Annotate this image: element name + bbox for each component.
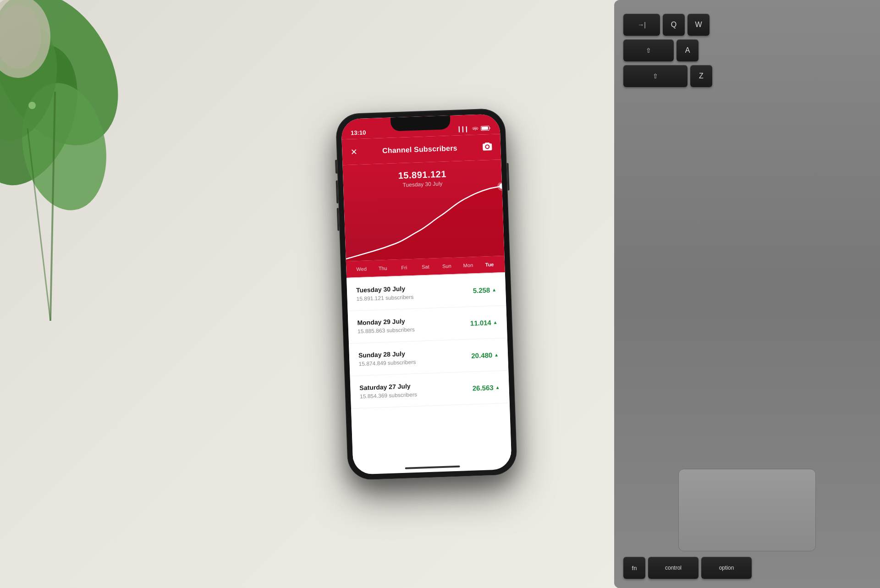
data-item-right-0: 5.258 ▲ — [473, 286, 496, 294]
signal-icon: ▎▎▎ — [459, 126, 470, 132]
day-label-wed: Wed — [351, 266, 372, 272]
key-caps: ⇧ — [623, 39, 674, 61]
chart-svg — [343, 182, 504, 261]
camera-button[interactable] — [482, 141, 493, 153]
data-item-sub-1: 15.885.863 subscribers — [358, 326, 415, 334]
day-label-sat: Sat — [415, 264, 436, 270]
svg-rect-10 — [482, 126, 488, 130]
plant-decoration — [0, 0, 128, 321]
data-item-sub-2: 15.874.849 subscribers — [358, 358, 416, 367]
data-item-left-2: Sunday 28 July 15.874.849 subscribers — [358, 349, 416, 367]
key-control[interactable]: control — [648, 557, 698, 579]
key-control-label: control — [665, 565, 682, 571]
phone-notch — [390, 115, 451, 131]
day-label-fri: Fri — [393, 264, 415, 270]
app-header: ✕ Channel Subscribers — [341, 134, 501, 165]
wifi-icon — [472, 126, 478, 132]
home-indicator — [405, 465, 460, 469]
data-item-value-3: 26.563 — [473, 383, 494, 392]
data-item-right-3: 26.563 ▲ — [473, 383, 500, 392]
data-item-arrow-3: ▲ — [495, 385, 500, 390]
svg-point-8 — [28, 102, 36, 109]
data-item-value-0: 5.258 — [473, 286, 490, 294]
status-icons: ▎▎▎ — [459, 125, 491, 132]
data-list: Tuesday 30 July 15.891.121 subscribers 5… — [346, 273, 512, 461]
data-item-title-3: Saturday 27 July — [359, 382, 417, 391]
key-fn[interactable]: fn — [623, 557, 645, 579]
day-label-mon: Mon — [457, 262, 479, 268]
data-item-value-2: 20.480 — [471, 351, 492, 359]
key-row-1: →| Q W — [623, 14, 871, 36]
key-shift-left: ⇧ — [623, 65, 688, 87]
phone-mute-button — [335, 159, 337, 173]
key-tab: →| — [623, 14, 660, 36]
data-item-left-0: Tuesday 30 July 15.891.121 subscribers — [356, 284, 414, 302]
phone-volume-down-button — [337, 208, 340, 231]
phone-volume-up-button — [336, 180, 339, 203]
data-item-arrow-0: ▲ — [492, 287, 496, 292]
data-item-left-3: Saturday 27 July 15.854.369 subscribers — [359, 382, 417, 399]
day-label-sun: Sun — [436, 263, 457, 269]
data-item-row-2[interactable]: Sunday 28 July 15.874.849 subscribers 20… — [349, 338, 508, 376]
data-item-sub-3: 15.854.369 subscribers — [360, 391, 417, 399]
data-item-arrow-1: ▲ — [493, 319, 498, 324]
data-item-value-1: 11.014 — [470, 318, 491, 327]
svg-point-11 — [486, 145, 489, 148]
phone-mockup: 13:10 ▎▎▎ — [336, 108, 518, 480]
key-z: Z — [690, 65, 712, 87]
data-item-title-0: Tuesday 30 July — [356, 284, 413, 293]
chart-area: 15.891.121 Tuesday 30 July — [342, 159, 504, 261]
data-item-arrow-2: ▲ — [494, 352, 499, 357]
phone-body: 13:10 ▎▎▎ — [336, 108, 518, 480]
close-button[interactable]: ✕ — [350, 147, 358, 157]
key-w: W — [688, 14, 710, 36]
key-option[interactable]: option — [701, 557, 752, 579]
trackpad[interactable] — [678, 469, 816, 551]
key-row-bottom: fn control option — [623, 557, 871, 579]
status-time: 13:10 — [351, 129, 366, 136]
data-item-right-1: 11.014 ▲ — [470, 318, 498, 327]
data-item-row-0[interactable]: Tuesday 30 July 15.891.121 subscribers 5… — [346, 273, 506, 311]
data-item-left-1: Monday 29 July 15.885.863 subscribers — [357, 317, 415, 334]
phone-screen: 13:10 ▎▎▎ — [341, 114, 512, 475]
data-item-title-2: Sunday 28 July — [358, 349, 416, 358]
battery-icon — [481, 125, 491, 132]
key-option-label: option — [719, 565, 734, 571]
laptop-keyboard: →| Q W ⇧ A ⇧ Z — [614, 0, 880, 588]
key-row-2: ⇧ A — [623, 39, 871, 61]
data-item-right-2: 20.480 ▲ — [471, 351, 499, 359]
header-title: Channel Subscribers — [382, 144, 457, 155]
day-label-thu: Thu — [372, 265, 394, 271]
data-item-row-1[interactable]: Monday 29 July 15.885.863 subscribers 11… — [348, 305, 507, 343]
data-item-row-3[interactable]: Saturday 27 July 15.854.369 subscribers … — [350, 370, 510, 408]
key-q: Q — [663, 14, 685, 36]
data-item-sub-0: 15.891.121 subscribers — [356, 293, 413, 302]
key-row-3: ⇧ Z — [623, 65, 871, 87]
data-item-title-1: Monday 29 July — [357, 317, 414, 326]
key-a: A — [676, 39, 698, 61]
day-label-tue: Tue — [478, 261, 500, 268]
key-fn-label: fn — [632, 565, 637, 572]
